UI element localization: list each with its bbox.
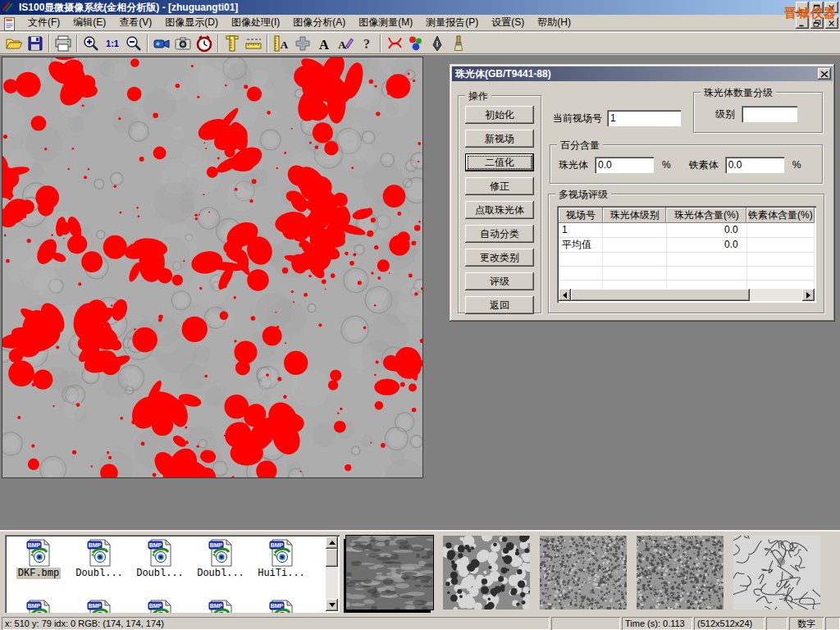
zoom-in-button[interactable]: [80, 34, 102, 53]
file-item[interactable]: BMP: [8, 599, 69, 613]
scroll-left-button[interactable]: [559, 289, 571, 301]
print-icon: [54, 34, 72, 52]
file-item[interactable]: BMPDKF.bmp: [8, 538, 69, 579]
metallograph-image[interactable]: [2, 57, 423, 478]
menu-item-8[interactable]: 测量报告(P): [419, 14, 485, 31]
table-hscrollbar[interactable]: [559, 289, 815, 301]
file-item[interactable]: BMPDoubl...: [190, 538, 251, 579]
file-list-vscrollbar[interactable]: [326, 536, 338, 611]
current-field-input[interactable]: [607, 110, 681, 126]
preview-thumbnail-4[interactable]: [637, 536, 724, 609]
file-item[interactable]: BMP: [69, 599, 130, 613]
op-button-二值化[interactable]: 二值化: [465, 153, 534, 171]
svg-text:BMP: BMP: [149, 542, 162, 548]
op-button-自动分类[interactable]: 自动分类: [465, 225, 534, 243]
binarize-button[interactable]: [384, 34, 405, 53]
print-button[interactable]: [52, 34, 74, 53]
phase-classify-button[interactable]: [405, 34, 427, 53]
pearlite-pct-input[interactable]: [595, 157, 654, 173]
table-header[interactable]: 珠光体级别: [603, 208, 667, 223]
file-item[interactable]: BMPDoubl...: [130, 538, 190, 579]
file-item[interactable]: BMPDoubl...: [69, 538, 130, 579]
menu-item-5[interactable]: 图像处理(I): [225, 14, 286, 31]
table-header[interactable]: 铁素体含量(%): [746, 208, 814, 223]
file-name[interactable]: DKF.bmp: [16, 568, 61, 579]
file-browser[interactable]: BMPDKF.bmpBMPDoubl...BMPDoubl...BMPDoubl…: [5, 535, 340, 613]
rating-table[interactable]: 视场号珠光体级别珠光体含量(%)铁素体含量(%)10.0平均值0.0: [557, 206, 816, 303]
ferrite-pct-unit: %: [792, 159, 801, 171]
op-button-初始化[interactable]: 初始化: [465, 106, 534, 124]
table-row[interactable]: [559, 252, 815, 266]
menu-item-4[interactable]: 图像显示(D): [158, 14, 225, 31]
scroll-up-button[interactable]: [326, 536, 338, 549]
file-name[interactable]: Doubl...: [135, 568, 185, 579]
annotate-button[interactable]: A: [335, 34, 356, 53]
preview-thumbnail-1[interactable]: [346, 536, 433, 609]
op-button-新视场[interactable]: 新视场: [465, 130, 534, 148]
camcorder-icon: [153, 34, 171, 52]
menu-item-7[interactable]: 图像测量(M): [352, 14, 419, 31]
menu-item-1[interactable]: 文件(F): [21, 14, 66, 31]
scroll-down-button[interactable]: [326, 599, 338, 611]
menu-item-3[interactable]: 查看(V): [112, 14, 158, 31]
vscroll-thumb[interactable]: [326, 549, 338, 567]
hscroll-thumb[interactable]: [571, 289, 750, 301]
table-header[interactable]: 珠光体含量(%): [666, 208, 746, 223]
merge-button[interactable]: [292, 34, 313, 53]
op-button-修正[interactable]: 修正: [465, 177, 534, 195]
caliper-button[interactable]: [221, 34, 243, 53]
help-button[interactable]: ?: [356, 34, 377, 53]
preview-thumbnail-5[interactable]: [733, 536, 820, 609]
table-row[interactable]: [559, 266, 815, 280]
menu-item-2[interactable]: 编辑(E): [66, 14, 112, 31]
operations-group-title: 操作: [465, 89, 491, 103]
file-name[interactable]: Doubl...: [195, 568, 246, 579]
pearlite-pct-unit: %: [662, 159, 671, 171]
text-button[interactable]: A: [313, 34, 335, 53]
grade-input[interactable]: [742, 106, 797, 122]
table-row[interactable]: 平均值0.0: [559, 237, 815, 252]
menu-item-6[interactable]: 图像分析(A): [286, 14, 352, 31]
actual-size-button[interactable]: 1:1: [102, 34, 123, 53]
table-header[interactable]: 视场号: [559, 208, 603, 223]
toolbar-separator: [267, 34, 268, 52]
save-button[interactable]: [25, 34, 46, 53]
camera-button[interactable]: [172, 34, 194, 53]
open-button[interactable]: [3, 34, 25, 53]
bmp-file-icon: BMP: [85, 538, 113, 568]
op-button-返回[interactable]: 返回: [465, 296, 534, 314]
dialog-close-button[interactable]: [818, 68, 831, 80]
file-name[interactable]: HuiTi...: [256, 568, 307, 579]
draw-button[interactable]: [427, 34, 448, 53]
file-item[interactable]: BMPHuiTi...: [251, 538, 312, 579]
timer-button[interactable]: [194, 34, 215, 53]
file-item[interactable]: BMP: [251, 599, 312, 613]
brush-button[interactable]: [448, 34, 469, 53]
op-button-点取珠光体[interactable]: 点取珠光体: [465, 201, 534, 219]
table-row[interactable]: 10.0: [559, 223, 815, 237]
scroll-right-button[interactable]: [802, 289, 815, 301]
document-icon[interactable]: [2, 16, 18, 30]
preview-thumbnail-3[interactable]: [540, 536, 627, 609]
file-item[interactable]: BMP: [130, 599, 190, 613]
preview-thumbnail-2[interactable]: [443, 536, 530, 609]
measure-text-button[interactable]: A: [271, 34, 292, 53]
ferrite-pct-input[interactable]: [725, 157, 784, 173]
menu-item-9[interactable]: 设置(S): [485, 14, 531, 31]
table-row[interactable]: [559, 280, 815, 289]
file-item[interactable]: BMP: [190, 599, 251, 613]
camcorder-button[interactable]: [151, 34, 172, 53]
operations-group: 操作 初始化新视场二值化修正点取珠光体自动分类更改类别评级返回: [458, 95, 541, 313]
op-button-更改类别[interactable]: 更改类别: [465, 249, 534, 267]
ruler-button[interactable]: [243, 34, 264, 53]
percent-group: 百分含量 珠光体 % 铁素体 %: [550, 144, 823, 184]
zoom-out-button[interactable]: [123, 34, 144, 53]
svg-text:BMP: BMP: [271, 542, 284, 548]
menu-item-10[interactable]: 帮助(H): [531, 14, 578, 31]
grading-group: 珠光体数量分级 级别: [693, 92, 823, 133]
dialog-title-bar[interactable]: 珠光体(GB/T9441-88): [452, 66, 833, 81]
op-button-评级[interactable]: 评级: [465, 272, 534, 290]
file-name[interactable]: Doubl...: [74, 568, 125, 579]
ruler-icon: [244, 34, 262, 52]
window-title: IS100显微摄像系统(金相分析版) - [zhuguangti01]: [19, 1, 238, 15]
